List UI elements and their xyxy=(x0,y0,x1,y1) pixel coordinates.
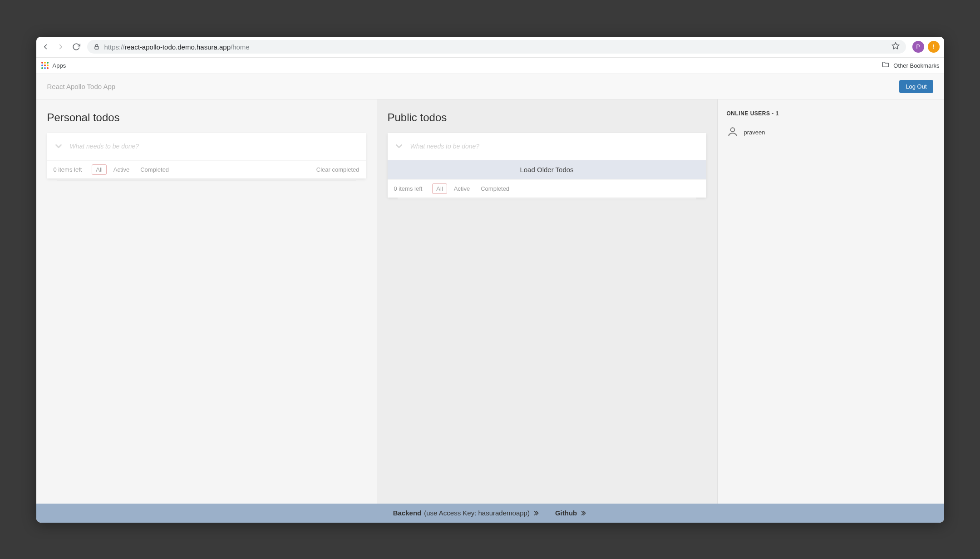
svg-point-4 xyxy=(47,62,49,64)
public-footer: 0 items left All Active Completed xyxy=(388,179,706,198)
public-title: Public todos xyxy=(377,99,717,133)
address-bar[interactable]: https://react-apollo-todo.demo.hasura.ap… xyxy=(87,40,906,54)
chevron-right-icon xyxy=(532,510,540,517)
other-bookmarks-button[interactable]: Other Bookmarks xyxy=(882,60,939,70)
personal-footer: 0 items left All Active Completed Clear … xyxy=(47,160,366,178)
backend-sub: (use Access Key: hasurademoapp) xyxy=(424,509,530,517)
public-column: Public todos Load Older Todos 0 items le… xyxy=(377,99,717,504)
apps-button[interactable]: Apps xyxy=(41,61,66,69)
online-user-item: praveen xyxy=(727,126,935,139)
app-topbar: React Apollo Todo App Log Out xyxy=(36,74,944,99)
back-icon[interactable] xyxy=(41,42,50,51)
personal-todo-input[interactable] xyxy=(70,143,366,150)
personal-column: Personal todos 0 items left All Active C… xyxy=(36,99,377,504)
lock-icon xyxy=(94,44,100,50)
svg-point-5 xyxy=(41,64,43,66)
backend-link[interactable]: Backend (use Access Key: hasurademoapp) xyxy=(393,509,540,517)
apps-grid-icon xyxy=(41,61,49,69)
public-todo-input[interactable] xyxy=(410,143,706,150)
svg-point-3 xyxy=(44,62,46,64)
backend-label: Backend xyxy=(393,509,422,517)
content-area: Personal todos 0 items left All Active C… xyxy=(36,99,944,504)
browser-window: https://react-apollo-todo.demo.hasura.ap… xyxy=(36,37,944,523)
svg-rect-0 xyxy=(94,46,98,49)
filter-completed[interactable]: Completed xyxy=(136,164,173,175)
github-link[interactable]: Github xyxy=(555,509,587,517)
personal-input-row xyxy=(47,133,366,160)
forward-icon xyxy=(56,42,65,51)
chevron-down-icon[interactable] xyxy=(47,141,70,151)
star-icon[interactable] xyxy=(891,42,900,52)
public-filters: All Active Completed xyxy=(432,183,513,194)
filter-active[interactable]: Active xyxy=(450,183,474,194)
browser-toolbar: https://react-apollo-todo.demo.hasura.ap… xyxy=(36,37,944,58)
svg-point-7 xyxy=(47,64,49,66)
svg-point-2 xyxy=(41,62,43,64)
user-icon xyxy=(727,126,739,139)
url-text: https://react-apollo-todo.demo.hasura.ap… xyxy=(104,43,250,51)
personal-filters: All Active Completed xyxy=(92,164,173,175)
chevron-down-icon[interactable] xyxy=(388,141,410,151)
chevron-right-icon xyxy=(580,510,587,517)
personal-todo-card: 0 items left All Active Completed Clear … xyxy=(47,133,366,178)
reload-icon[interactable] xyxy=(72,42,81,51)
filter-all[interactable]: All xyxy=(432,183,447,194)
svg-marker-1 xyxy=(892,43,899,49)
nav-icons xyxy=(41,42,81,51)
svg-point-6 xyxy=(44,64,46,66)
bookmarks-bar: Apps Other Bookmarks xyxy=(36,58,944,74)
online-users-column: ONLINE USERS - 1 praveen xyxy=(717,99,944,504)
online-user-name: praveen xyxy=(744,129,765,136)
clear-completed[interactable]: Clear completed xyxy=(316,166,359,173)
svg-point-8 xyxy=(41,67,43,69)
public-input-row xyxy=(388,133,706,160)
url-path: /home xyxy=(231,43,250,51)
public-items-left: 0 items left xyxy=(394,185,423,192)
url-scheme: https:// xyxy=(104,43,125,51)
apps-label: Apps xyxy=(53,62,66,69)
app-footer: Backend (use Access Key: hasurademoapp) … xyxy=(36,504,944,523)
online-users-title: ONLINE USERS - 1 xyxy=(727,110,935,117)
public-todo-card: Load Older Todos 0 items left All Active… xyxy=(388,133,706,198)
svg-point-10 xyxy=(47,67,49,69)
app-title: React Apollo Todo App xyxy=(47,83,116,90)
load-older-button[interactable]: Load Older Todos xyxy=(388,160,706,179)
other-bookmarks-label: Other Bookmarks xyxy=(893,62,939,69)
filter-completed[interactable]: Completed xyxy=(477,183,513,194)
github-label: Github xyxy=(555,509,577,517)
profile-avatar[interactable]: P xyxy=(912,41,924,53)
svg-point-9 xyxy=(44,67,46,69)
folder-icon xyxy=(882,60,890,70)
url-host: react-apollo-todo.demo.hasura.app xyxy=(125,43,231,51)
personal-title: Personal todos xyxy=(36,99,377,133)
filter-active[interactable]: Active xyxy=(109,164,133,175)
logout-button[interactable]: Log Out xyxy=(899,80,933,93)
filter-all[interactable]: All xyxy=(92,164,106,175)
svg-point-11 xyxy=(730,128,734,132)
personal-items-left: 0 items left xyxy=(54,166,82,173)
avatar-group: P ! xyxy=(912,41,940,53)
extension-badge[interactable]: ! xyxy=(928,41,940,53)
